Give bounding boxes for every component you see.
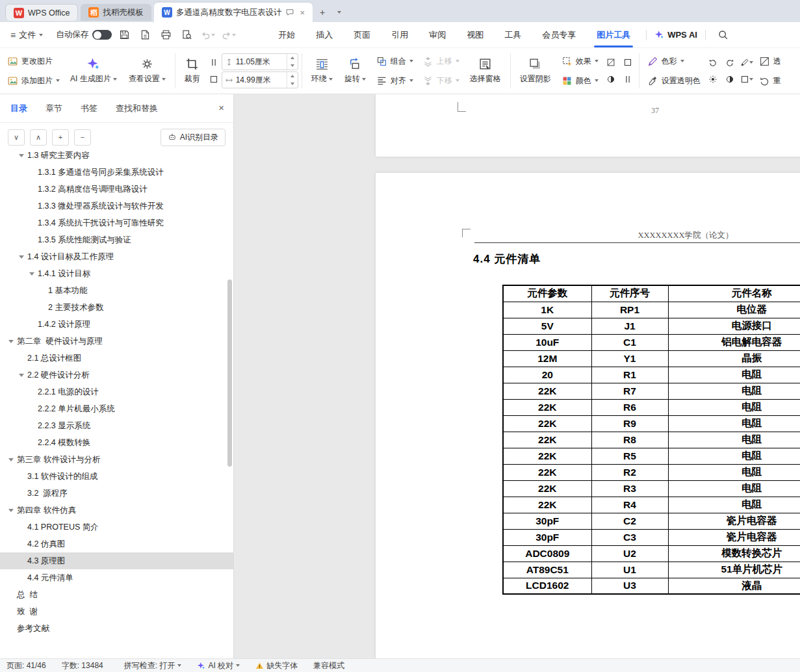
menu-tab[interactable]: 引用 xyxy=(381,22,419,47)
toc-item[interactable]: 总 结 xyxy=(0,586,233,603)
word-count[interactable]: 字数: 13484 xyxy=(62,660,103,671)
search-button[interactable] xyxy=(715,27,732,44)
fill-tool-button[interactable] xyxy=(739,71,755,87)
redo-button[interactable] xyxy=(220,27,237,44)
picture-mini-tool-button[interactable] xyxy=(603,71,619,87)
group-button[interactable]: 组合 xyxy=(372,52,418,70)
print-button[interactable] xyxy=(157,27,174,44)
set-transparent-color-button[interactable]: 设置透明色 xyxy=(643,71,705,90)
wrap-button[interactable]: 环绕 xyxy=(305,51,339,91)
toc-item[interactable]: 4.4 元件清单 xyxy=(0,569,233,586)
crop-ratio-button[interactable] xyxy=(206,71,222,87)
toc-item[interactable]: 1.3 研究主要内容 xyxy=(0,151,233,164)
menu-tab[interactable]: 审阅 xyxy=(419,22,456,47)
picture-width-input[interactable] xyxy=(236,75,287,84)
sidebar-tab[interactable]: 书签 xyxy=(81,103,97,114)
expand-all-button[interactable]: ∨ xyxy=(8,129,25,146)
rotate-left-button[interactable] xyxy=(705,55,721,70)
crop-shape-button[interactable] xyxy=(206,55,222,70)
autosave-toggle[interactable] xyxy=(92,30,112,40)
toc-item[interactable]: 1.4.2 设计原理 xyxy=(0,316,233,333)
toc-item[interactable]: 2.2.3 显示系统 xyxy=(0,417,233,434)
collapse-arrow-icon[interactable] xyxy=(8,340,14,343)
collapse-arrow-icon[interactable] xyxy=(19,374,24,377)
menu-tab[interactable]: 工具 xyxy=(494,22,532,47)
menu-tab[interactable]: 页面 xyxy=(343,22,381,47)
sidebar-scrollbar-thumb[interactable] xyxy=(227,279,232,467)
toc-item[interactable]: 1.4 设计目标及工作原理 xyxy=(0,248,233,265)
toc-item[interactable]: 3.2 源程序 xyxy=(0,485,233,502)
toc-item[interactable]: 2.2.2 单片机最小系统 xyxy=(0,400,233,417)
transparency-button[interactable]: 透 xyxy=(755,52,786,70)
picture-effects-button[interactable]: 效果 xyxy=(557,52,603,70)
collapse-arrow-icon[interactable] xyxy=(8,458,14,461)
contrast-button[interactable] xyxy=(722,71,738,87)
menu-tab[interactable]: 图片工具 xyxy=(586,22,641,47)
ai-recognize-toc-button[interactable]: AI识别目录 xyxy=(161,129,226,146)
toc-item[interactable]: 1.3.1 多通道信号同步采集系统设计 xyxy=(0,164,233,181)
close-sidebar-icon[interactable]: × xyxy=(218,103,224,112)
width-stepper[interactable] xyxy=(287,72,298,88)
toc-item[interactable]: 1.3.3 微处理器系统设计与软件开发 xyxy=(0,198,233,214)
save-button[interactable] xyxy=(116,27,133,44)
toc-item[interactable]: 第二章 硬件设计与原理 xyxy=(0,333,233,350)
tab-document[interactable]: W 多通道高精度数字电压表设计 × xyxy=(154,3,313,22)
file-menu[interactable]: ≡ 文件 xyxy=(6,29,47,41)
spellcheck-status[interactable]: 拼写检查: 打开 xyxy=(124,660,182,671)
toc-item[interactable]: 第四章 软件仿真 xyxy=(0,502,233,519)
toc-item[interactable]: 1.3.5 系统性能测试与验证 xyxy=(0,231,233,248)
toc-item[interactable]: 2.2.4 模数转换 xyxy=(0,434,233,451)
toc-item[interactable]: 4.1 PROTEUS 简介 xyxy=(0,519,233,536)
document-page-38[interactable]: XXXXXXXX学院（论文） 4.4 元件清单 元件参数元件序号元件名称1KRP… xyxy=(376,173,800,658)
picture-color-button[interactable]: 颜色 xyxy=(557,71,603,90)
sidebar-tab[interactable]: 查找和替换 xyxy=(116,103,158,114)
send-backward-button[interactable]: 下移 xyxy=(418,71,464,90)
print-preview-button[interactable] xyxy=(178,27,195,44)
rotate-button[interactable]: 旋转 xyxy=(339,51,372,91)
toc-item[interactable]: 参考文献 xyxy=(0,620,233,637)
ai-proofread-button[interactable]: AI 校对 xyxy=(197,660,240,671)
picture-mini-tool-button[interactable] xyxy=(620,71,636,87)
ai-generate-picture-button[interactable]: AI 生成图片 xyxy=(64,51,123,91)
toc-item[interactable]: 3.1 软件设计的组成 xyxy=(0,468,233,485)
change-picture-button[interactable]: 更改图片 xyxy=(3,52,64,70)
wps-ai-menu[interactable]: WPS AI xyxy=(652,30,700,40)
undo-button[interactable] xyxy=(199,27,216,44)
set-shadow-button[interactable]: 设置阴影 xyxy=(514,51,557,91)
add-picture-button[interactable]: 添加图片 xyxy=(3,71,64,90)
toc-item[interactable]: 第三章 软件设计与分析 xyxy=(0,451,233,468)
rotate-right-button[interactable] xyxy=(722,55,738,70)
picture-height-input[interactable] xyxy=(236,57,287,66)
ink-tool-button[interactable] xyxy=(739,55,755,70)
toc-item[interactable]: 1 基本功能 xyxy=(0,282,233,299)
view-settings-button[interactable]: 查看设置 xyxy=(123,51,172,91)
new-tab-button[interactable]: + xyxy=(315,5,329,19)
toc-item[interactable]: 2 主要技术参数 xyxy=(0,299,233,316)
collapse-all-button[interactable]: ∧ xyxy=(30,129,47,146)
sidebar-tab[interactable]: 目录 xyxy=(10,103,27,114)
menu-tab[interactable]: 插入 xyxy=(305,22,343,47)
menu-tab[interactable]: 开始 xyxy=(268,22,305,47)
selection-pane-button[interactable]: 选择窗格 xyxy=(464,51,507,91)
picture-mini-tool-button[interactable] xyxy=(603,55,619,70)
sidebar-tab[interactable]: 章节 xyxy=(45,103,62,114)
close-tab-icon[interactable]: × xyxy=(300,8,305,18)
menu-tab[interactable]: 视图 xyxy=(456,22,494,47)
collapse-arrow-icon[interactable] xyxy=(8,509,14,512)
collapse-arrow-icon[interactable] xyxy=(19,154,24,157)
toc-item[interactable]: 2.2 硬件设计分析 xyxy=(0,367,233,383)
missing-font-warning[interactable]: 缺失字体 xyxy=(255,660,298,671)
export-pdf-button[interactable] xyxy=(136,27,153,44)
toc-item[interactable]: 1.3.2 高精度信号调理电路设计 xyxy=(0,181,233,198)
page-indicator[interactable]: 页面: 41/46 xyxy=(6,660,46,671)
toc-item[interactable]: 1.4.1 设计目标 xyxy=(0,265,233,282)
comment-icon[interactable] xyxy=(285,8,294,17)
toc-item[interactable]: 4.2 仿真图 xyxy=(0,536,233,552)
picture-mini-tool-button[interactable] xyxy=(620,55,636,70)
document-page-37[interactable]: 37 xyxy=(376,94,800,157)
toc-item[interactable]: 致 谢 xyxy=(0,603,233,620)
bring-forward-button[interactable]: 上移 xyxy=(418,52,464,70)
tab-docer-templates[interactable]: 稻 找稻壳模板 xyxy=(81,4,151,21)
tab-list-chevron-icon[interactable] xyxy=(332,5,346,19)
tab-wps-office[interactable]: W WPS Office xyxy=(5,4,78,21)
